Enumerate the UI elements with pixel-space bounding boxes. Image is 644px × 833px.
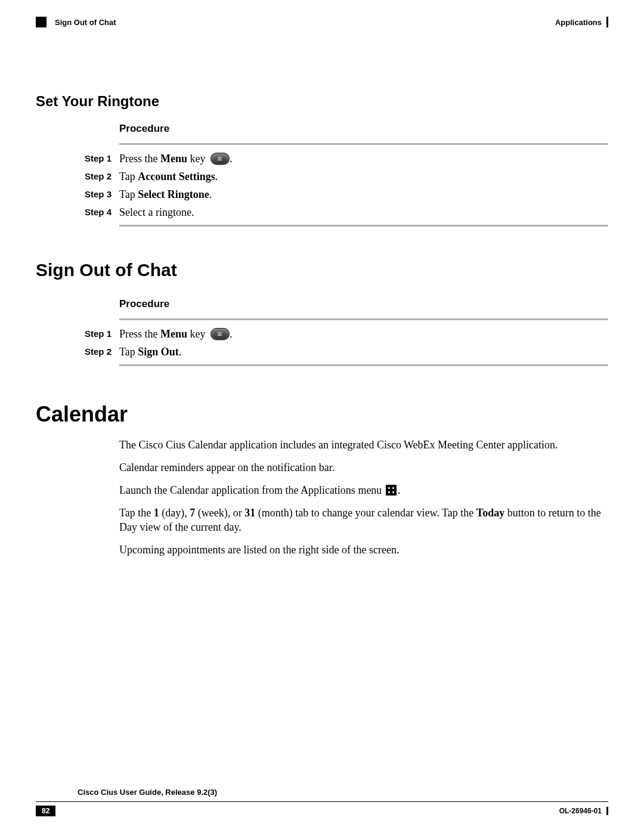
menu-key-icon xyxy=(210,153,230,165)
page-header: Sign Out of Chat Applications xyxy=(36,17,608,27)
header-right-text: Applications xyxy=(555,18,602,27)
section-title-signout: Sign Out of Chat xyxy=(36,260,608,280)
step-row: Step 3 Tap Select Ringtone. xyxy=(85,188,608,201)
procedure-heading: Procedure xyxy=(119,123,608,135)
step-label: Step 1 xyxy=(85,152,119,165)
section-title-ringtone: Set Your Ringtone xyxy=(36,93,608,110)
apps-menu-icon xyxy=(386,485,397,496)
step-label: Step 2 xyxy=(85,170,119,183)
step-body: Press the Menu key . xyxy=(119,327,233,340)
header-rule xyxy=(606,17,608,27)
step-row: Step 1 Press the Menu key . xyxy=(85,327,608,340)
chapter-marker xyxy=(36,17,47,27)
step-row: Step 4 Select a ringtone. xyxy=(85,206,608,219)
page-number: 82 xyxy=(36,806,55,816)
section-title-calendar: Calendar xyxy=(36,402,608,427)
footer-doc-id: OL-26946-01 xyxy=(559,807,602,815)
step-row: Step 2 Tap Account Settings. xyxy=(85,170,608,183)
footer-doc-title: Cisco Cius User Guide, Release 9.2(3) xyxy=(78,788,608,797)
page-footer: Cisco Cius User Guide, Release 9.2(3) 82… xyxy=(36,788,608,816)
step-body: Tap Account Settings. xyxy=(119,170,218,183)
step-label: Step 2 xyxy=(85,345,119,358)
divider xyxy=(119,318,608,320)
step-row: Step 1 Press the Menu key . xyxy=(85,152,608,165)
paragraph: Calendar reminders appear on the notific… xyxy=(119,460,608,475)
divider xyxy=(119,364,608,366)
header-left-text: Sign Out of Chat xyxy=(55,18,116,27)
step-body: Tap Select Ringtone. xyxy=(119,188,212,201)
footer-rule-vert xyxy=(606,807,608,815)
step-body: Press the Menu key . xyxy=(119,152,233,165)
step-label: Step 4 xyxy=(85,206,119,219)
step-label: Step 3 xyxy=(85,188,119,201)
step-body: Tap Sign Out. xyxy=(119,345,181,358)
paragraph: Launch the Calendar application from the… xyxy=(119,483,608,497)
paragraph: The Cisco Cius Calendar application incl… xyxy=(119,438,608,452)
menu-key-icon xyxy=(210,328,230,340)
divider xyxy=(119,225,608,227)
procedure-heading: Procedure xyxy=(119,298,608,310)
step-row: Step 2 Tap Sign Out. xyxy=(85,345,608,358)
divider xyxy=(119,143,608,145)
paragraph: Upcoming appointments are listed on the … xyxy=(119,543,608,557)
footer-rule xyxy=(36,801,608,802)
step-label: Step 1 xyxy=(85,327,119,340)
paragraph: Tap the 1 (day), 7 (week), or 31 (month)… xyxy=(119,506,608,534)
step-body: Select a ringtone. xyxy=(119,206,194,219)
